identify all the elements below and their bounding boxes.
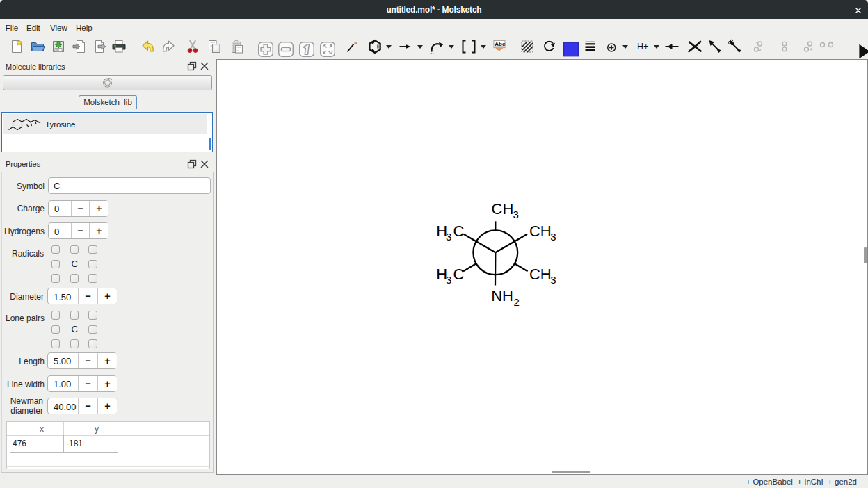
svg-text:N: N	[354, 41, 357, 45]
svg-text:C: C	[453, 266, 465, 283]
svg-text:CH: CH	[492, 200, 514, 218]
svg-text:CH: CH	[529, 222, 552, 240]
svg-text:3: 3	[550, 274, 556, 286]
svg-text:2: 2	[514, 296, 520, 308]
svg-text:3: 3	[446, 274, 451, 286]
svg-text:C: C	[453, 222, 465, 240]
svg-text:NH: NH	[491, 287, 513, 304]
svg-text:3: 3	[446, 231, 451, 243]
svg-text:CH: CH	[529, 266, 552, 283]
svg-text:3: 3	[550, 231, 556, 243]
svg-text:3: 3	[513, 209, 519, 220]
